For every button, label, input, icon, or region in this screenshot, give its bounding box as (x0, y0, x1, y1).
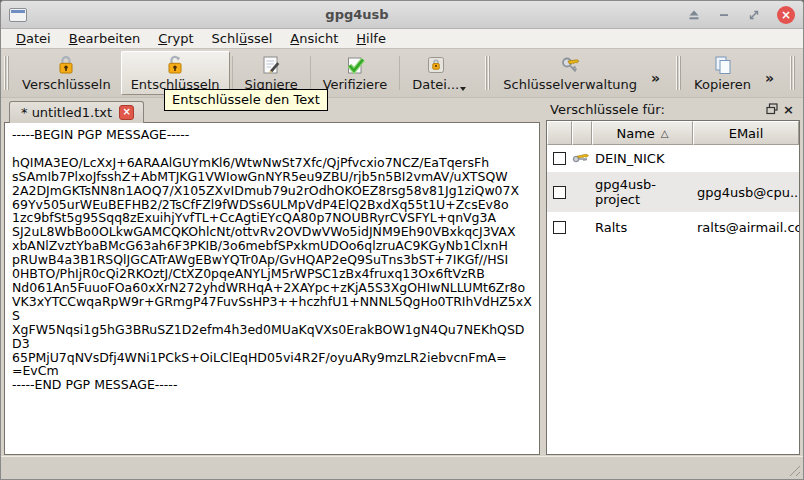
lock-closed-icon (54, 53, 78, 77)
key-email: gpg4usb@cpu... (693, 183, 799, 202)
name-column-label: Name (616, 126, 654, 141)
toolbar-drag-handle[interactable] (676, 56, 681, 90)
copy-label: Kopieren (694, 77, 751, 92)
header-email-column[interactable]: EMail (693, 121, 799, 145)
file-lock-icon (424, 53, 448, 77)
key-name: gpg4usb-project (592, 175, 693, 209)
toolbar-copy-group: Kopieren » (674, 51, 778, 95)
key-row-gpg4usb-project[interactable]: gpg4usb-project gpg4usb@cpu... (547, 172, 799, 212)
dock-close-icon: × (783, 102, 794, 117)
menu-hilfe[interactable]: Hilfe (347, 30, 395, 47)
maximize-icon (748, 9, 760, 21)
key-list-header: Name △ EMail (547, 121, 799, 145)
lock-open-icon (163, 53, 187, 77)
resize-grip[interactable] (787, 463, 800, 476)
key-email (693, 157, 699, 161)
header-name-column[interactable]: Name △ (592, 121, 693, 145)
dock-title: Verschlüssele für: (550, 102, 763, 117)
key-row-ralts[interactable]: Ralts ralts@airmail.cc (547, 212, 799, 243)
sort-ascending-icon: △ (661, 128, 669, 139)
app-window: gpg4usb × (0, 0, 804, 480)
comment-button[interactable]: Kommentiere (798, 51, 804, 95)
close-icon: × (781, 9, 791, 21)
sign-document-icon (259, 53, 283, 77)
toolbar-extension-button[interactable]: » (761, 70, 778, 86)
key-email: ralts@airmail.cc (693, 218, 799, 237)
copy-icon (711, 53, 735, 77)
toolbar-comment-group: Kommentiere » (788, 51, 804, 95)
status-bar (1, 456, 803, 479)
key-name: Ralts (592, 218, 629, 237)
pgp-message-text[interactable]: -----BEGIN PGP MESSAGE----- hQIMA3EO/LcX… (5, 123, 539, 397)
file-crypt-button[interactable]: Datei... (402, 51, 469, 95)
toolbar-separator (399, 56, 400, 90)
menu-crypt[interactable]: Crypt (149, 30, 202, 47)
toolbar-keymgmt-group: Schlüsselverwaltung » (483, 51, 664, 95)
text-editor[interactable]: -----BEGIN PGP MESSAGE----- hQIMA3EO/LcX… (4, 122, 540, 455)
toolbar-drag-handle[interactable] (790, 56, 795, 90)
key-checkbox[interactable] (553, 186, 566, 199)
tab-close-button[interactable]: × (119, 105, 134, 120)
decrypt-tooltip: Entschlüssele den Text (164, 89, 328, 111)
menu-bearbeiten[interactable]: Bearbeiten (60, 30, 149, 47)
toolbar-drag-handle[interactable] (4, 56, 9, 90)
header-icon-column[interactable] (572, 121, 592, 145)
dock-close-button[interactable]: × (780, 101, 797, 117)
encrypt-label: Verschlüsseln (22, 77, 111, 92)
keys-icon (558, 53, 582, 77)
menu-ansicht[interactable]: Ansicht (281, 30, 347, 47)
key-management-label: Schlüsselverwaltung (503, 77, 637, 92)
key-checkbox[interactable] (553, 152, 566, 165)
tab-untitled1[interactable]: * untitled1.txt × (9, 101, 144, 123)
app-window-icon (9, 8, 27, 22)
file-crypt-label: Datei... (412, 77, 459, 92)
window-controls: × (687, 6, 795, 24)
key-pair-icon (572, 152, 590, 165)
key-checkbox[interactable] (553, 221, 566, 234)
key-management-button[interactable]: Schlüsselverwaltung (493, 51, 647, 95)
key-name: DEIN_NICK (592, 149, 666, 168)
tab-label: * untitled1.txt (21, 105, 112, 120)
tab-close-icon: × (122, 106, 130, 117)
close-button[interactable]: × (777, 6, 795, 24)
copy-button[interactable]: Kopieren (684, 51, 761, 95)
shade-button[interactable] (687, 8, 701, 22)
minimize-icon (718, 9, 730, 21)
key-list: Name △ EMail (546, 120, 800, 455)
menu-datei[interactable]: Datei (7, 30, 60, 47)
dropdown-caret-icon (460, 87, 466, 91)
email-column-label: EMail (729, 126, 764, 141)
editor-pane: * untitled1.txt × -----BEGIN PGP MESSAGE… (4, 98, 540, 455)
toolbar-separator (232, 56, 233, 90)
toolbar: Verschlüsseln Entschlüsseln (1, 49, 803, 98)
header-checkbox-column[interactable] (547, 121, 572, 145)
encrypt-button[interactable]: Verschlüsseln (12, 51, 121, 95)
main-content: * untitled1.txt × -----BEGIN PGP MESSAGE… (4, 98, 800, 455)
toolbar-drag-handle[interactable] (485, 56, 490, 90)
title-bar: gpg4usb × (1, 1, 803, 29)
dock-header: Verschlüssele für: × (546, 98, 800, 120)
minimize-button[interactable] (717, 8, 731, 22)
toolbar-extension-button[interactable]: » (647, 70, 664, 86)
dock-float-button[interactable] (763, 101, 780, 117)
window-title: gpg4usb (27, 7, 687, 22)
toolbar-separator (310, 56, 311, 90)
key-row-dein-nick[interactable]: DEIN_NICK (547, 145, 799, 172)
shade-icon (688, 9, 700, 21)
verify-label: Verifiziere (323, 77, 388, 92)
encrypt-for-dock: Verschlüssele für: × Name △ (546, 98, 800, 455)
maximize-button[interactable] (747, 8, 761, 22)
float-icon (766, 103, 778, 115)
menu-schluessel[interactable]: Schlüssel (203, 30, 282, 47)
verify-check-icon (343, 53, 367, 77)
menu-bar: Datei Bearbeiten Crypt Schlüssel Ansicht… (1, 29, 803, 49)
